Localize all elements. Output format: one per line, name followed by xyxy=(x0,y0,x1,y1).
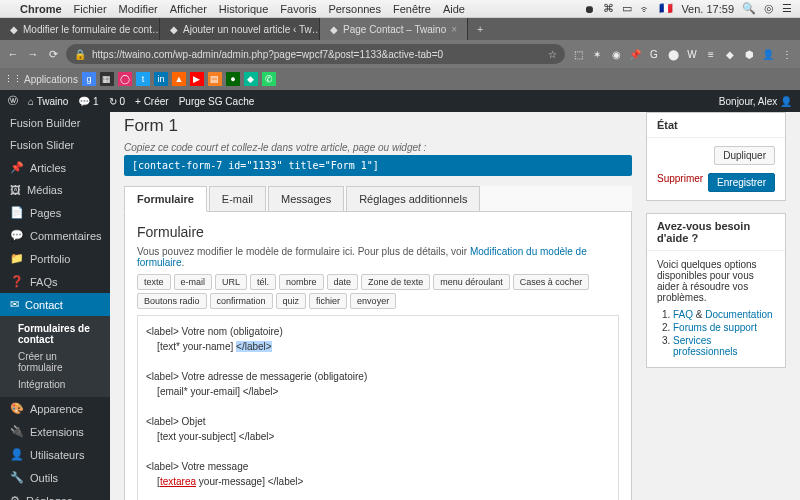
forward-icon[interactable]: → xyxy=(26,48,40,60)
tab-messages[interactable]: Messages xyxy=(268,186,344,211)
tab-formulaire[interactable]: Formulaire xyxy=(124,186,207,212)
rec-icon[interactable]: ⏺ xyxy=(584,3,595,15)
menu-icon[interactable]: ⋮ xyxy=(780,49,794,60)
greeting[interactable]: Bonjour, Alex 👤 xyxy=(719,96,792,107)
sidebar-item-extensions[interactable]: 🔌Extensions xyxy=(0,420,110,443)
tab-3[interactable]: ◆Page Contact – Twaino× xyxy=(320,18,468,40)
shortcode-hint: Copiez ce code court et collez-le dans v… xyxy=(124,142,632,153)
panel-heading: Formulaire xyxy=(137,224,619,240)
duplicate-button[interactable]: Dupliquer xyxy=(714,146,775,165)
new-tab-button[interactable]: + xyxy=(468,18,492,40)
wifi-icon[interactable]: ᯤ xyxy=(640,3,651,15)
form-tabs: Formulaire E-mail Messages Réglages addi… xyxy=(124,186,632,212)
help-box: Avez-vous besoin d'aide ? Voici quelques… xyxy=(646,213,786,368)
sidebar-submenu: Formulaires de contact Créer un formulai… xyxy=(0,316,110,397)
macos-menubar: Chrome Fichier Modifier Afficher Histori… xyxy=(0,0,800,18)
apps-icon[interactable]: ⋮⋮ xyxy=(6,72,20,86)
comments-count[interactable]: 💬 1 xyxy=(78,96,98,107)
sidebar-item-settings[interactable]: ⚙Réglages xyxy=(0,489,110,500)
siri-icon[interactable]: ◎ xyxy=(764,2,774,15)
sidebar-item-fusion-builder[interactable]: Fusion Builder xyxy=(0,112,110,134)
sidebar-item-comments[interactable]: 💬Commentaires xyxy=(0,224,110,247)
sidebar-item-medias[interactable]: 🖼Médias xyxy=(0,179,110,201)
sidebar-item-faqs[interactable]: ❓FAQs xyxy=(0,270,110,293)
reload-icon[interactable]: ⟳ xyxy=(46,48,60,61)
avatar-icon[interactable]: 👤 xyxy=(761,49,775,60)
page-title: Form 1 xyxy=(124,116,632,136)
tab-email[interactable]: E-mail xyxy=(209,186,266,211)
search-icon[interactable]: 🔍 xyxy=(742,2,756,15)
sidebar-item-fusion-slider[interactable]: Fusion Slider xyxy=(0,134,110,156)
sidebar-item-portfolio[interactable]: 📁Portfolio xyxy=(0,247,110,270)
site-icon[interactable]: ⌂ Twaino xyxy=(28,96,68,107)
browser-tabs: ◆Modifier le formulaire de cont…× ◆Ajout… xyxy=(0,18,800,40)
tab-2[interactable]: ◆Ajouter un nouvel article ‹ Tw…× xyxy=(160,18,320,40)
wp-icon[interactable]: ⓦ xyxy=(8,94,18,108)
clock[interactable]: Ven. 17:59 xyxy=(681,3,734,15)
notif-icon[interactable]: ☰ xyxy=(782,2,792,15)
panel-desc: Vous pouvez modifier le modèle de formul… xyxy=(137,246,619,268)
sidebar-item-appearance[interactable]: 🎨Apparence xyxy=(0,397,110,420)
form-panel: Formulaire Vous pouvez modifier le modèl… xyxy=(124,212,632,500)
airplay-icon[interactable]: ▭ xyxy=(622,2,632,15)
tab-1[interactable]: ◆Modifier le formulaire de cont…× xyxy=(0,18,160,40)
app-name[interactable]: Chrome xyxy=(20,3,62,15)
bookmarks-bar: ⋮⋮ Applications g ▦ ◯ t in ▲ ▶ ▤ ● ◆ ✆ xyxy=(0,68,800,90)
url-bar: ← → ⟳ 🔒https://twaino.com/wp-admin/admin… xyxy=(0,40,800,68)
extension-icons: ⬚✶◉📌G⬤W≡◆⬢ 👤⋮ xyxy=(571,49,794,60)
form-editor[interactable]: <label> Votre nom (obligatoire) [text* y… xyxy=(137,315,619,500)
tag-buttons: texte e-mail URL tél. nombre date Zone d… xyxy=(137,274,619,309)
updates-count[interactable]: ↻ 0 xyxy=(109,96,125,107)
sidebar-item-articles[interactable]: 📌Articles xyxy=(0,156,110,179)
sidebar-item-users[interactable]: 👤Utilisateurs xyxy=(0,443,110,466)
save-button[interactable]: Enregistrer xyxy=(708,173,775,192)
sidebar-item-tools[interactable]: 🔧Outils xyxy=(0,466,110,489)
tab-reglages[interactable]: Réglages additionnels xyxy=(346,186,480,211)
delete-link[interactable]: Supprimer xyxy=(657,173,703,184)
address-field[interactable]: 🔒https://twaino.com/wp-admin/admin.php?p… xyxy=(66,44,565,64)
wp-sidebar: Fusion Builder Fusion Slider 📌Articles 🖼… xyxy=(0,112,110,500)
sidebar-item-contact[interactable]: ✉Contact xyxy=(0,293,110,316)
flag-icon[interactable]: 🇫🇷 xyxy=(659,2,673,15)
shortcode-box[interactable]: [contact-form-7 id="1133" title="Form 1"… xyxy=(124,155,632,176)
star-icon[interactable]: ☆ xyxy=(548,49,557,60)
lock-icon: 🔒 xyxy=(74,49,86,60)
close-icon[interactable]: × xyxy=(451,24,457,35)
camera-icon[interactable]: ⌘ xyxy=(603,2,614,15)
back-icon[interactable]: ← xyxy=(6,48,20,60)
state-box: État Dupliquer Supprimer Enregistrer xyxy=(646,112,786,201)
sidebar-item-pages[interactable]: 📄Pages xyxy=(0,201,110,224)
wp-admin-bar: ⓦ ⌂ Twaino 💬 1 ↻ 0 + Créer Purge SG Cach… xyxy=(0,90,800,112)
